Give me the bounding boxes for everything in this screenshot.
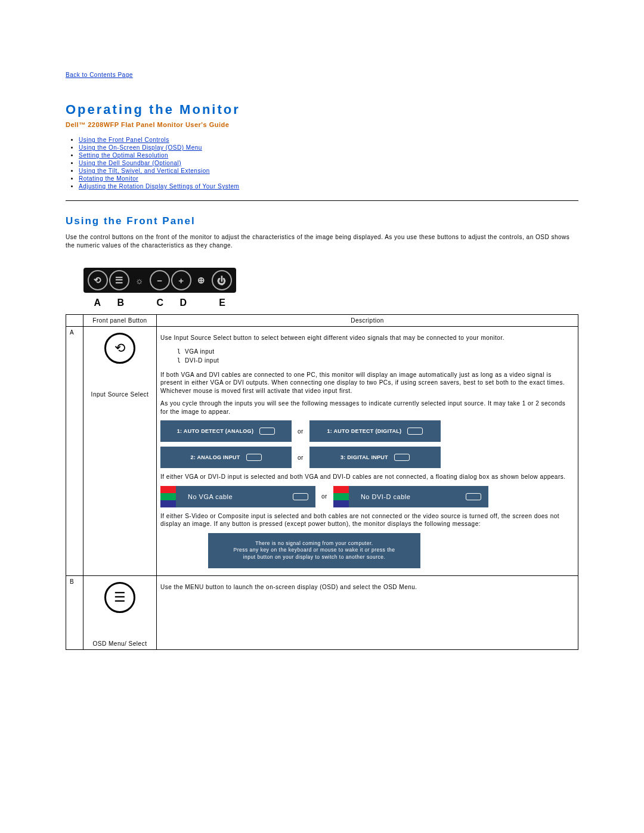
section-heading: Using the Front Panel (66, 215, 578, 227)
panel-label: D (179, 298, 187, 308)
front-panel-table: Front panel Button Description A ⟲ Input… (66, 314, 578, 650)
rgb-bars-icon (333, 486, 349, 507)
no-cable-dialog: No DVI-D cable (333, 486, 488, 507)
desc-text: If both VGA and DVI cables are connected… (160, 371, 574, 395)
toc-link[interactable]: Rotating the Monitor (79, 175, 138, 182)
or-text: or (321, 493, 327, 500)
osd-message-bar: 2: ANALOG INPUT (160, 447, 292, 468)
panel-label: A (94, 298, 101, 308)
toc-link[interactable]: Using the Tilt, Swivel, and Vertical Ext… (79, 168, 210, 174)
auto-adjust-icon: ⊕ (193, 271, 210, 289)
vga-connector-icon (246, 454, 262, 461)
desc-text: If either S-Video or Composite input is … (160, 512, 574, 528)
rgb-bars-icon (160, 486, 176, 507)
table-header-description: Description (157, 315, 578, 327)
page-title: Operating the Monitor (66, 102, 578, 117)
vga-connector-icon (259, 428, 275, 435)
front-panel-illustration: ⟲ ☰ ☼ − + ⊕ ⏻ A B C D E (83, 268, 578, 308)
osd-message-bar: 3: DIGITAL INPUT (309, 447, 441, 468)
toc-link[interactable]: Setting the Optimal Resolution (79, 152, 168, 159)
table-header-button: Front panel Button (83, 315, 157, 327)
intro-paragraph: Use the control buttons on the front of … (66, 233, 578, 250)
toc-link[interactable]: Adjusting the Rotation Display Settings … (79, 183, 239, 190)
desc-text: If either VGA or DVI-D input is selected… (160, 473, 574, 481)
toc-link[interactable]: Using the Front Panel Controls (79, 137, 169, 143)
divider (66, 200, 578, 201)
input-option: VGA input (177, 348, 215, 355)
toc-link[interactable]: Using the Dell Soundbar (Optional) (79, 160, 181, 166)
panel-label: B (117, 298, 124, 308)
desc-text: Use Input Source Select button to select… (160, 334, 574, 342)
row-letter: A (66, 327, 83, 576)
menu-icon: ☰ (109, 270, 129, 290)
input-source-icon: ⟲ (104, 333, 135, 364)
dvi-connector-icon (394, 454, 410, 461)
dvi-connector-icon (466, 493, 481, 500)
panel-label: C (156, 298, 163, 308)
or-text: or (298, 454, 304, 461)
brightness-icon: ☼ (131, 271, 148, 289)
back-to-contents-link[interactable]: Back to Contents Page (66, 72, 133, 78)
dvi-connector-icon (407, 428, 423, 435)
table-row: A ⟲ Input Source Select Use Input Source… (66, 327, 578, 576)
menu-icon: ☰ (104, 582, 135, 613)
table-row: B ☰ OSD Menu/ Select Use the MENU button… (66, 576, 578, 650)
no-signal-message: There is no signal coming from your comp… (208, 533, 420, 569)
row-letter: B (66, 576, 83, 650)
button-caption: Input Source Select (87, 391, 153, 398)
desc-text: Use the MENU button to launch the on-scr… (160, 583, 574, 592)
desc-text: As you cycle through the inputs you will… (160, 400, 574, 416)
or-text: or (298, 428, 304, 435)
minus-icon: − (150, 270, 170, 290)
vga-connector-icon (293, 493, 308, 500)
panel-label: E (219, 298, 225, 308)
power-icon: ⏻ (212, 270, 232, 290)
osd-message-bar: 1: AUTO DETECT (ANALOG) (160, 420, 292, 442)
toc-link[interactable]: Using the On-Screen Display (OSD) Menu (79, 144, 202, 151)
subtitle: Dell™ 2208WFP Flat Panel Monitor User's … (66, 121, 578, 128)
toc-list: Using the Front Panel Controls Using the… (66, 137, 578, 190)
input-option: DVI-D input (177, 357, 219, 364)
plus-icon: + (171, 270, 191, 290)
input-source-icon: ⟲ (88, 270, 108, 290)
button-caption: OSD Menu/ Select (87, 640, 153, 647)
osd-message-bar: 1: AUTO DETECT (DIGITAL) (309, 420, 441, 442)
no-cable-dialog: No VGA cable (160, 486, 315, 507)
